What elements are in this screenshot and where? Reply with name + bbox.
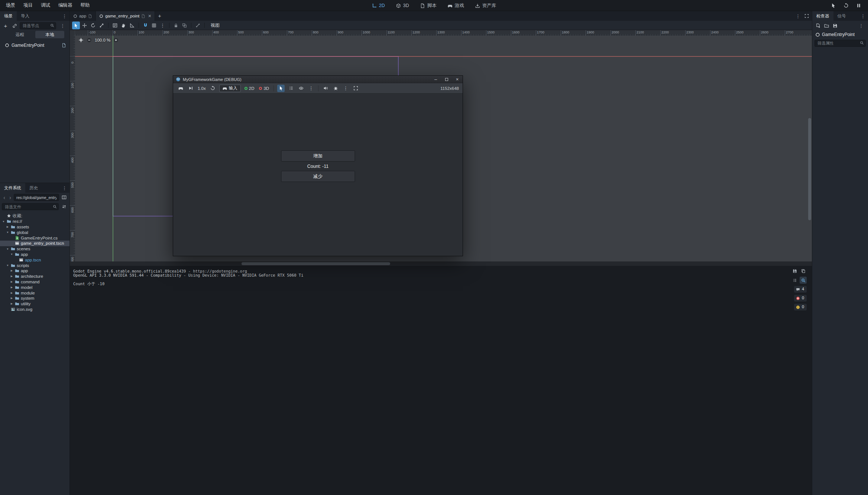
expand-arrow-icon[interactable]: ▶ — [6, 225, 9, 228]
vertical-scrollbar[interactable] — [808, 36, 811, 261]
menu-item[interactable]: 场景 — [2, 1, 19, 10]
input-mode-button[interactable]: 输入 — [219, 85, 241, 92]
tab-filesystem[interactable]: 文件系统 — [0, 183, 25, 193]
debug-options-icon[interactable] — [332, 85, 339, 92]
select-options-icon[interactable]: ⋮ — [307, 85, 315, 92]
error-count-badge[interactable]: 0 — [794, 295, 807, 302]
expand-arrow-icon[interactable]: ▼ — [6, 264, 9, 267]
expand-arrow-icon[interactable]: ▶ — [10, 280, 13, 283]
history-back-icon[interactable]: ‹ — [2, 195, 7, 201]
file-item[interactable]: 收藏: — [0, 213, 69, 219]
scene-tree-menu-icon[interactable]: ⋮ — [58, 23, 68, 29]
restart-game-icon[interactable] — [843, 3, 849, 8]
workspace-assetlib[interactable]: 资产库 — [475, 3, 496, 9]
expand-arrow-icon[interactable]: ▶ — [10, 269, 13, 272]
horizontal-scrollbar[interactable] — [70, 261, 812, 266]
scene-tabs-menu-icon[interactable]: ⋮ — [793, 13, 803, 19]
history-forward-icon[interactable]: › — [8, 195, 13, 201]
new-scene-tab-button[interactable]: + — [155, 12, 164, 20]
folder-item[interactable]: ▶model — [0, 284, 69, 290]
expand-arrow-icon[interactable]: ▶ — [10, 275, 13, 278]
workspace-2d[interactable]: 2D — [372, 3, 385, 8]
view-menu-button[interactable]: 视图 — [207, 22, 223, 29]
lock-node-icon[interactable] — [172, 22, 180, 29]
more-options-icon[interactable]: ⋮ — [342, 85, 349, 92]
copy-log-icon[interactable] — [800, 267, 807, 274]
load-resource-icon[interactable] — [823, 22, 830, 29]
filter-files-input[interactable] — [2, 203, 59, 210]
time-scale-label[interactable]: 1.0x — [197, 86, 207, 91]
debug-3d-button[interactable]: 3D — [258, 86, 270, 91]
add-node-button[interactable]: + — [2, 22, 9, 29]
list-select-icon[interactable] — [111, 22, 119, 29]
node-list-icon[interactable] — [287, 85, 295, 92]
folder-item[interactable]: ▼scenes — [0, 246, 69, 252]
fullscreen-game-icon[interactable] — [352, 85, 359, 92]
tab-inspector[interactable]: 检查器 — [812, 11, 833, 21]
new-resource-icon[interactable] — [814, 22, 822, 29]
folder-item[interactable]: ▶system — [0, 296, 69, 301]
save-resource-icon[interactable] — [831, 22, 839, 29]
folder-item[interactable]: ▼global — [0, 229, 69, 235]
folder-item[interactable]: ▶app — [0, 268, 69, 274]
joypad-icon[interactable] — [177, 85, 184, 92]
warning-count-badge[interactable]: 0 — [794, 304, 807, 310]
folder-item[interactable]: ▶module — [0, 290, 69, 296]
expand-viewport-icon[interactable] — [804, 14, 809, 18]
folder-item[interactable]: ▼res:// — [0, 219, 69, 224]
zoom-level[interactable]: 100.0 % — [95, 38, 110, 42]
rotate-tool-icon[interactable] — [89, 22, 97, 29]
expand-arrow-icon[interactable]: ▶ — [10, 302, 13, 305]
close-tab-icon[interactable]: ✕ — [148, 14, 151, 19]
next-frame-icon[interactable] — [187, 85, 194, 92]
message-count-badge[interactable]: 4 — [794, 286, 807, 293]
workspace-script[interactable]: 脚本 — [420, 3, 437, 9]
increase-button[interactable]: 增加 — [281, 150, 355, 162]
maximize-window-button[interactable] — [441, 76, 452, 83]
tab-scene[interactable]: 场景 — [0, 11, 17, 21]
debug-2d-button[interactable]: 2D — [243, 86, 256, 91]
smart-snap-icon[interactable] — [142, 22, 149, 29]
expand-arrow-icon[interactable]: ▼ — [2, 220, 5, 223]
tab-import[interactable]: 导入 — [17, 11, 33, 21]
scene-tab[interactable]: app — [70, 11, 96, 21]
folder-item[interactable]: ▼app — [0, 252, 69, 257]
zoom-out-icon[interactable] — [87, 38, 92, 43]
snap-options-icon[interactable]: ⋮ — [159, 22, 166, 29]
menu-item[interactable]: 项目 — [20, 1, 36, 10]
expand-arrow-icon[interactable]: ▶ — [10, 292, 13, 294]
move-tool-icon[interactable] — [81, 22, 88, 29]
zoom-in-icon[interactable] — [113, 38, 119, 43]
remote-button[interactable]: 远程 — [5, 31, 35, 38]
tab-history[interactable]: 历史 — [25, 183, 42, 193]
save-log-icon[interactable] — [791, 267, 798, 274]
select-tool-icon[interactable] — [72, 22, 80, 29]
pan-tool-icon[interactable] — [120, 22, 127, 29]
collapse-duplicates-icon[interactable] — [791, 277, 798, 284]
horizontal-scrollbar-thumb[interactable] — [242, 262, 390, 265]
folder-item[interactable]: ▶command — [0, 279, 69, 285]
current-path-input[interactable] — [14, 194, 59, 201]
search-log-icon[interactable] — [800, 277, 807, 284]
instance-scene-icon[interactable] — [11, 22, 18, 29]
game-window-titlebar[interactable]: MyGFrameworkGame (DEBUG) – × — [173, 76, 463, 83]
vertical-scrollbar-thumb[interactable] — [808, 118, 811, 220]
menu-item[interactable]: 调试 — [37, 1, 54, 10]
scene-tab[interactable]: game_entry_point✕ — [96, 11, 155, 21]
close-window-button[interactable]: × — [452, 76, 463, 83]
resource-menu-icon[interactable]: ⋮ — [856, 23, 866, 29]
filter-properties-input[interactable] — [814, 40, 866, 47]
folder-item[interactable]: ▶utility — [0, 301, 69, 307]
local-button[interactable]: 本地 — [35, 31, 65, 38]
game-pick-cursor-icon[interactable] — [831, 3, 836, 8]
workspace-game[interactable]: 游戏 — [448, 3, 464, 9]
file-item[interactable]: icon.svg — [0, 307, 69, 312]
split-view-icon[interactable] — [60, 194, 68, 201]
file-item[interactable]: app.tscn — [0, 257, 69, 263]
center-view-icon[interactable] — [78, 38, 84, 43]
skeleton-options-icon[interactable] — [194, 22, 202, 29]
pause-game-icon[interactable] — [856, 3, 861, 8]
expand-arrow-icon[interactable]: ▶ — [10, 297, 13, 300]
reset-speed-icon[interactable] — [209, 85, 217, 92]
group-node-icon[interactable] — [181, 22, 188, 29]
